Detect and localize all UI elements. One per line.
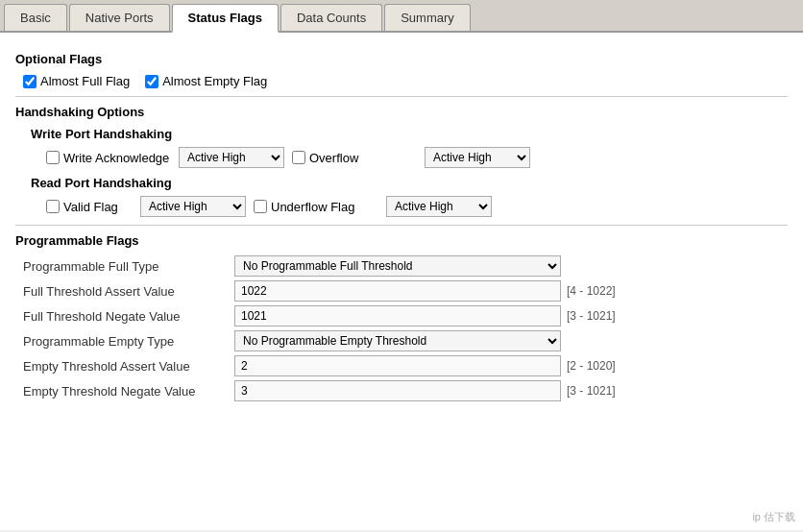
empty-type-select[interactable]: No Programmable Empty Threshold Single T… [234, 330, 561, 351]
valid-flag-label: Valid Flag [46, 200, 133, 214]
write-ack-row: Write Acknowledge Active High Active Low… [46, 147, 788, 168]
full-negate-range: [3 - 1021] [567, 309, 616, 323]
full-assert-label: Full Threshold Assert Value [23, 284, 234, 299]
tab-data-counts[interactable]: Data Counts [280, 4, 382, 31]
empty-negate-row: Empty Threshold Negate Value [3 - 1021] [23, 380, 788, 401]
handshaking-section: Handshaking Options Write Port Handshaki… [15, 105, 788, 217]
optional-flags-title: Optional Flags [15, 52, 788, 66]
full-type-select[interactable]: No Programmable Full Threshold Single Th… [234, 255, 561, 277]
tab-summary[interactable]: Summary [384, 4, 471, 31]
empty-assert-input[interactable] [234, 355, 561, 376]
almost-empty-flag-checkbox[interactable] [145, 75, 158, 88]
valid-flag-text: Valid Flag [63, 200, 118, 214]
underflow-label: Underflow Flag [254, 200, 378, 214]
almost-full-flag-item: Almost Full Flag [23, 74, 130, 88]
tab-status-flags[interactable]: Status Flags [172, 4, 279, 33]
tab-basic[interactable]: Basic [4, 4, 67, 31]
read-port-row: Valid Flag Active High Active Low Underf… [46, 196, 788, 217]
empty-assert-range: [2 - 1020] [567, 359, 616, 373]
programmable-flags-section: Programmable Flags Programmable Full Typ… [15, 233, 788, 401]
overflow-text: Overflow [309, 151, 358, 165]
empty-negate-label: Empty Threshold Negate Value [23, 384, 234, 399]
almost-full-flag-label: Almost Full Flag [40, 74, 130, 88]
full-negate-input[interactable] [234, 305, 561, 326]
optional-flags-section: Optional Flags Almost Full Flag Almost E… [15, 52, 788, 88]
full-type-label: Programmable Full Type [23, 259, 234, 274]
read-port-subtitle: Read Port Handshaking [31, 176, 788, 190]
underflow-checkbox[interactable] [254, 200, 267, 213]
empty-negate-range: [3 - 1021] [567, 384, 616, 398]
underflow-text: Underflow Flag [271, 200, 354, 214]
full-negate-row: Full Threshold Negate Value [3 - 1021] [23, 305, 788, 326]
watermark: ip 估下载 [752, 510, 795, 524]
overflow-label: Overflow [292, 151, 417, 165]
programmable-flags-title: Programmable Flags [15, 233, 788, 248]
write-port-section: Write Port Handshaking Write Acknowledge… [15, 127, 788, 168]
tab-bar: Basic Native Ports Status Flags Data Cou… [0, 0, 803, 33]
tab-native-ports[interactable]: Native Ports [69, 4, 170, 31]
full-type-row: Programmable Full Type No Programmable F… [23, 255, 788, 277]
full-assert-input[interactable] [234, 280, 561, 302]
full-negate-label: Full Threshold Negate Value [23, 309, 234, 324]
almost-empty-flag-item: Almost Empty Flag [145, 74, 267, 88]
overflow-checkbox[interactable] [292, 151, 305, 164]
empty-assert-row: Empty Threshold Assert Value [2 - 1020] [23, 355, 788, 376]
divider-1 [15, 96, 788, 97]
content-area: Optional Flags Almost Full Flag Almost E… [0, 33, 803, 530]
overflow-polarity-select[interactable]: Active High Active Low [425, 147, 530, 168]
valid-flag-checkbox[interactable] [46, 200, 60, 213]
divider-2 [15, 225, 788, 226]
empty-assert-label: Empty Threshold Assert Value [23, 359, 234, 374]
handshaking-title: Handshaking Options [15, 105, 788, 119]
almost-full-flag-checkbox[interactable] [23, 75, 36, 88]
valid-flag-polarity-select[interactable]: Active High Active Low [140, 196, 246, 217]
write-ack-polarity-select[interactable]: Active High Active Low [179, 147, 284, 168]
underflow-polarity-select[interactable]: Active High Active Low [386, 196, 492, 217]
empty-negate-input[interactable] [234, 380, 561, 401]
write-ack-text: Write Acknowledge [63, 151, 169, 165]
read-port-section: Read Port Handshaking Valid Flag Active … [15, 176, 788, 217]
almost-empty-flag-label: Almost Empty Flag [162, 74, 267, 88]
full-assert-range: [4 - 1022] [567, 284, 616, 298]
full-assert-row: Full Threshold Assert Value [4 - 1022] [23, 280, 788, 302]
write-ack-checkbox[interactable] [46, 151, 60, 164]
empty-type-row: Programmable Empty Type No Programmable … [23, 330, 788, 351]
write-port-subtitle: Write Port Handshaking [31, 127, 788, 141]
write-ack-label: Write Acknowledge [46, 151, 171, 165]
empty-type-label: Programmable Empty Type [23, 334, 234, 349]
